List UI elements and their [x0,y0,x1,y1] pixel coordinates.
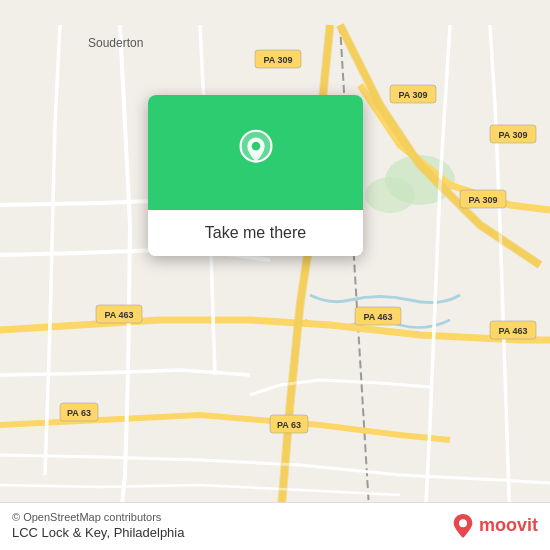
svg-text:PA 463: PA 463 [104,310,133,320]
svg-text:PA 463: PA 463 [363,312,392,322]
svg-text:PA 63: PA 63 [277,420,301,430]
svg-point-26 [251,141,260,150]
map-attribution: © OpenStreetMap contributors [12,511,184,523]
popup-green-area [148,95,363,210]
location-pin-icon [232,129,280,177]
map-container: Souderton PA 309 PA 309 PA 309 PA 309 PA… [0,0,550,550]
svg-text:Souderton: Souderton [88,36,143,50]
svg-text:PA 309: PA 309 [398,90,427,100]
svg-text:PA 309: PA 309 [498,130,527,140]
map-svg: Souderton PA 309 PA 309 PA 309 PA 309 PA… [0,0,550,550]
popup-card: Take me there [148,95,363,256]
moovit-text: moovit [479,515,538,536]
svg-text:PA 63: PA 63 [67,408,91,418]
bottom-bar: © OpenStreetMap contributors LCC Lock & … [0,502,550,550]
svg-text:PA 309: PA 309 [468,195,497,205]
moovit-icon [451,514,475,538]
svg-point-2 [365,177,415,213]
take-me-there-button[interactable]: Take me there [148,210,363,256]
moovit-logo: moovit [451,514,538,538]
place-info: LCC Lock & Key, Philadelphia [12,525,184,540]
svg-text:PA 463: PA 463 [498,326,527,336]
svg-text:PA 309: PA 309 [263,55,292,65]
svg-point-27 [459,519,467,527]
